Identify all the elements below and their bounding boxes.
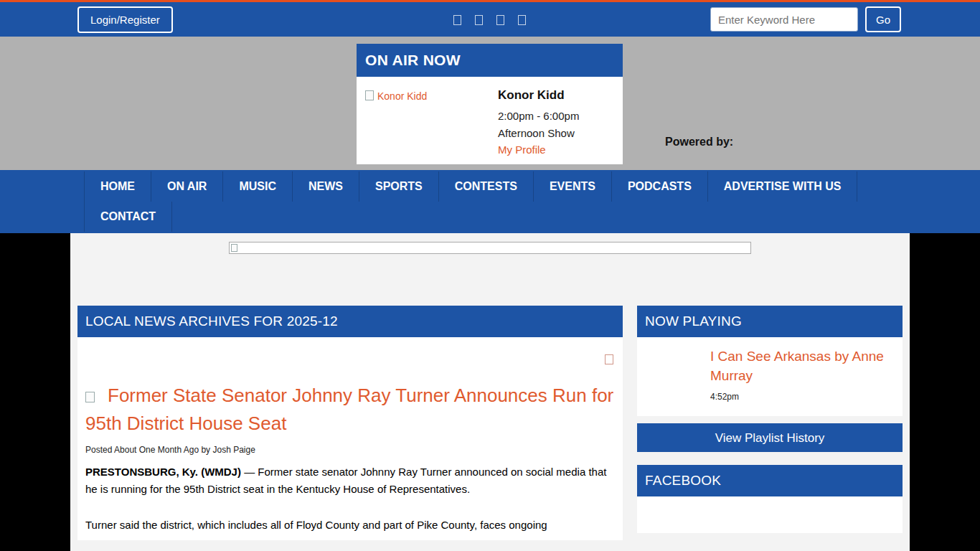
album-art-placeholder — [646, 347, 710, 406]
news-archives-header: LOCAL NEWS ARCHIVES FOR 2025-12 — [77, 306, 623, 337]
now-playing-card: I Can See Arkansas by Anne Murray 4:52pm — [637, 337, 903, 416]
broken-image-icon — [365, 90, 374, 100]
search-go-button[interactable]: Go — [865, 6, 901, 32]
show-time-slot: 2:00pm - 6:00pm — [498, 108, 579, 124]
view-playlist-history-button[interactable]: View Playlist History — [637, 423, 903, 452]
nav-item-contact[interactable]: CONTACT — [84, 202, 172, 232]
article-headline[interactable]: Former State Senator Johnny Ray Turner A… — [85, 382, 615, 438]
nav-item-sports[interactable]: SPORTS — [359, 171, 439, 202]
my-profile-link[interactable]: My Profile — [498, 143, 546, 156]
now-playing-header: NOW PLAYING — [637, 306, 903, 337]
page-content: LOCAL NEWS ARCHIVES FOR 2025-12 Former S… — [70, 233, 910, 551]
social-icon[interactable] — [475, 15, 483, 25]
nav-item-home[interactable]: HOME — [84, 171, 151, 202]
login-register-button[interactable]: Login/Register — [77, 6, 173, 33]
news-column: LOCAL NEWS ARCHIVES FOR 2025-12 Former S… — [77, 306, 623, 540]
article-dateline: PRESTONSBURG, Ky. (WMDJ) — [85, 466, 241, 478]
nav-item-advertise[interactable]: ADVERTISE WITH US — [708, 171, 858, 202]
article-paragraph-2: Turner said the district, which includes… — [85, 517, 615, 534]
nav-item-music[interactable]: MUSIC — [223, 171, 293, 202]
nav-item-events[interactable]: EVENTS — [534, 171, 612, 202]
dj-photo-broken-image: Konor Kidd — [365, 86, 498, 155]
on-air-now-panel: ON AIR NOW Konor Kidd Konor Kidd 2:00pm … — [357, 44, 623, 164]
article-meta: Posted About One Month Ago by Josh Paige — [85, 445, 615, 455]
dj-name: Konor Kidd — [498, 86, 579, 105]
article-body: PRESTONSBURG, Ky. (WMDJ) — Former state … — [85, 463, 615, 534]
search-area: Go — [710, 6, 901, 32]
on-air-details: Konor Kidd 2:00pm - 6:00pm Afternoon Sho… — [498, 86, 579, 155]
nav-row-2: CONTACT — [84, 202, 980, 232]
broken-image-icon — [231, 244, 237, 252]
article-thumb-broken-image-icon — [85, 392, 95, 402]
show-name: Afternoon Show — [498, 125, 579, 141]
article-card: Former State Senator Johnny Ray Turner A… — [77, 337, 623, 540]
article-title-text[interactable]: Former State Senator Johnny Ray Turner A… — [85, 385, 613, 434]
now-playing-time: 4:52pm — [710, 392, 894, 402]
facebook-widget-area — [637, 496, 903, 533]
on-air-now-body: Konor Kidd Konor Kidd 2:00pm - 6:00pm Af… — [357, 77, 623, 164]
search-input[interactable] — [710, 7, 858, 32]
top-bar: Login/Register Go — [0, 0, 980, 37]
powered-by-label: Powered by: — [665, 136, 733, 149]
sidebar-column: NOW PLAYING I Can See Arkansas by Anne M… — [637, 306, 903, 540]
banner-ad-broken-image[interactable] — [229, 242, 751, 254]
social-icons-group — [453, 15, 526, 25]
on-air-now-title: ON AIR NOW — [357, 44, 623, 77]
nav-item-podcasts[interactable]: PODCASTS — [612, 171, 708, 202]
facebook-header: FACEBOOK — [637, 465, 903, 496]
now-playing-song-link[interactable]: I Can See Arkansas by Anne Murray — [710, 347, 894, 385]
article-paragraph-1: PRESTONSBURG, Ky. (WMDJ) — Former state … — [85, 463, 615, 498]
dj-photo-alt-text: Konor Kidd — [377, 90, 427, 102]
now-playing-info: I Can See Arkansas by Anne Murray 4:52pm — [710, 347, 894, 406]
header-strip: ON AIR NOW Konor Kidd Konor Kidd 2:00pm … — [0, 37, 980, 170]
social-icon[interactable] — [453, 15, 461, 25]
nav-row-1: HOME ON AIR MUSIC NEWS SPORTS CONTESTS E… — [84, 171, 980, 202]
content-columns: LOCAL NEWS ARCHIVES FOR 2025-12 Former S… — [70, 306, 910, 540]
social-icon[interactable] — [496, 15, 504, 25]
main-navigation: HOME ON AIR MUSIC NEWS SPORTS CONTESTS E… — [0, 170, 980, 233]
social-icon[interactable] — [518, 15, 526, 25]
nav-item-contests[interactable]: CONTESTS — [439, 171, 534, 202]
share-broken-image-icon[interactable] — [605, 354, 613, 364]
nav-item-on-air[interactable]: ON AIR — [151, 171, 223, 202]
nav-item-news[interactable]: NEWS — [293, 171, 359, 202]
